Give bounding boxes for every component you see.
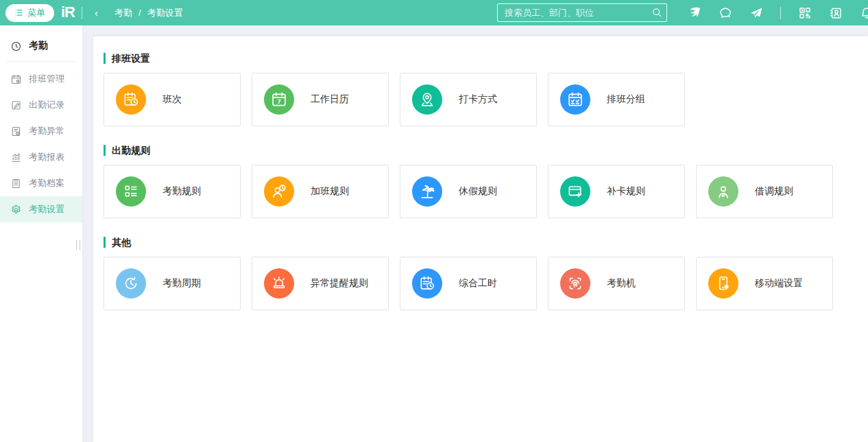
rules-list-icon xyxy=(116,176,146,207)
doc-warning-icon xyxy=(10,126,22,137)
clock-icon xyxy=(10,40,22,52)
worktime-icon xyxy=(412,268,442,299)
card-label: 综合工时 xyxy=(459,277,497,290)
fingerprint-icon xyxy=(560,268,590,299)
breadcrumb-current: 考勤设置 xyxy=(147,7,183,19)
sidebar-item-label: 考勤设置 xyxy=(29,203,64,216)
card-section: 其他考勤周期异常提醒规则综合工时考勤机移动端设置 xyxy=(104,237,857,310)
sidebar-item-label: 出勤记录 xyxy=(29,99,64,111)
card-label: 借调规则 xyxy=(755,185,793,198)
person-swap-icon xyxy=(708,176,738,207)
bell-icon[interactable]: 85 xyxy=(860,6,868,20)
sidebar-item-attendance-reports[interactable]: 考勤报表 xyxy=(0,144,82,170)
location-pin-icon xyxy=(412,84,442,115)
card-label: 移动端设置 xyxy=(755,277,803,290)
breadcrumb-parent[interactable]: 考勤 xyxy=(114,7,132,19)
hamburger-icon xyxy=(14,8,23,17)
divider xyxy=(5,61,77,62)
card-card-reissue-rules[interactable]: 补卡规则 xyxy=(548,165,685,218)
breadcrumb: 考勤 / 考勤设置 xyxy=(114,7,183,19)
person-clock-icon xyxy=(264,176,294,207)
back-button[interactable]: ‹ xyxy=(92,8,101,18)
card-row: 班次7工作日历打卡方式排班分组 xyxy=(104,73,857,126)
sidebar-item-label: 排班管理 xyxy=(29,73,64,85)
archive-doc-icon xyxy=(10,178,22,189)
card-secondment-rules[interactable]: 借调规则 xyxy=(696,165,833,218)
card-section: 排班设置班次7工作日历打卡方式排班分组 xyxy=(104,53,857,126)
gear-icon xyxy=(10,204,22,216)
card-work-calendar[interactable]: 7工作日历 xyxy=(252,73,389,126)
app-logo: iR xyxy=(61,3,75,21)
card-shifts[interactable]: 班次 xyxy=(104,73,241,126)
card-attendance-machine[interactable]: 考勤机 xyxy=(548,257,685,310)
sidebar-item-attendance-records[interactable]: 出勤记录 xyxy=(0,92,82,118)
card-schedule-groups[interactable]: 排班分组 xyxy=(548,73,685,126)
card-overtime-rules[interactable]: 加班规则 xyxy=(252,165,389,218)
card-label: 考勤规则 xyxy=(162,185,201,198)
alarm-icon xyxy=(264,268,294,299)
shift-clock-icon xyxy=(116,84,146,115)
calendar-check-icon xyxy=(560,84,590,115)
sidebar-collapse-handle[interactable] xyxy=(76,240,80,250)
chat-bubble-icon[interactable] xyxy=(719,6,732,20)
settings-content: 排班设置班次7工作日历打卡方式排班分组出勤规则考勤规则加班规则休假规则补卡规则借… xyxy=(93,36,868,442)
menu-button[interactable]: 菜单 xyxy=(5,4,54,22)
card-row: 考勤规则加班规则休假规则补卡规则借调规则 xyxy=(104,165,857,218)
card-row: 考勤周期异常提醒规则综合工时考勤机移动端设置 xyxy=(104,257,857,310)
card-clock-in-method[interactable]: 打卡方式 xyxy=(400,73,537,126)
sidebar-item-label: 考勤异常 xyxy=(29,125,64,137)
card-label: 打卡方式 xyxy=(459,93,497,106)
section-title: 排班设置 xyxy=(104,53,857,64)
sidebar-nav: 排班管理出勤记录考勤异常考勤报表考勤档案考勤设置 xyxy=(0,66,82,222)
sidebar-module-header: 考勤 xyxy=(0,31,82,61)
sidebar-item-label: 考勤报表 xyxy=(29,151,64,163)
card-label: 异常提醒规则 xyxy=(311,277,368,290)
sections-container: 排班设置班次7工作日历打卡方式排班分组出勤规则考勤规则加班规则休假规则补卡规则借… xyxy=(104,53,857,310)
edit-note-icon xyxy=(10,100,22,111)
card-label: 补卡规则 xyxy=(607,185,645,198)
card-section: 出勤规则考勤规则加班规则休假规则补卡规则借调规则 xyxy=(104,145,857,218)
card-label: 考勤机 xyxy=(607,277,636,290)
card-mobile-settings[interactable]: 移动端设置 xyxy=(696,257,833,310)
card-leave-rules[interactable]: 休假规则 xyxy=(400,165,537,218)
card-label: 休假规则 xyxy=(459,185,497,198)
sidebar-item-attendance-anomaly[interactable]: 考勤异常 xyxy=(0,118,82,144)
divider xyxy=(780,7,781,19)
menu-button-label: 菜单 xyxy=(27,7,45,19)
card-label: 班次 xyxy=(162,93,182,106)
dingtalk-icon[interactable] xyxy=(688,6,701,20)
breadcrumb-separator: / xyxy=(138,8,141,18)
divider xyxy=(82,7,82,19)
top-bar: 菜单 iR ‹ 考勤 / 考勤设置 xyxy=(0,0,868,25)
section-title: 其他 xyxy=(104,237,857,248)
report-chart-icon xyxy=(10,152,22,163)
app-window: 菜单 iR ‹ 考勤 / 考勤设置 xyxy=(0,0,868,442)
send-icon[interactable] xyxy=(749,6,763,20)
phone-gear-icon xyxy=(708,268,738,299)
sidebar-item-attendance-settings[interactable]: 考勤设置 xyxy=(0,196,82,222)
sidebar-module-label: 考勤 xyxy=(29,40,48,52)
card-anomaly-reminder-rules[interactable]: 异常提醒规则 xyxy=(252,257,389,310)
search-input[interactable] xyxy=(497,3,667,22)
palm-tree-icon xyxy=(412,176,442,207)
qrcode-icon[interactable] xyxy=(798,6,812,20)
sidebar-item-schedule-management[interactable]: 排班管理 xyxy=(0,66,82,92)
card-label: 排班分组 xyxy=(607,93,645,106)
search-icon[interactable] xyxy=(651,7,662,21)
card-plus-icon xyxy=(560,176,590,207)
sidebar-item-attendance-archives[interactable]: 考勤档案 xyxy=(0,170,82,196)
cycle-clock-icon xyxy=(116,268,146,299)
global-search xyxy=(497,3,667,22)
contacts-icon[interactable] xyxy=(829,6,843,20)
card-comprehensive-work-hours[interactable]: 综合工时 xyxy=(400,257,537,310)
card-label: 工作日历 xyxy=(311,93,349,106)
calendar-icon xyxy=(10,73,22,85)
card-attendance-rules[interactable]: 考勤规则 xyxy=(104,165,241,218)
card-label: 加班规则 xyxy=(311,185,349,198)
header-icons: 85 xyxy=(688,6,868,20)
sidebar: 考勤 排班管理出勤记录考勤异常考勤报表考勤档案考勤设置 xyxy=(0,25,82,442)
sidebar-item-label: 考勤档案 xyxy=(29,177,64,189)
card-attendance-cycle[interactable]: 考勤周期 xyxy=(104,257,241,310)
card-label: 考勤周期 xyxy=(162,277,201,290)
svg-text:7: 7 xyxy=(277,98,280,105)
